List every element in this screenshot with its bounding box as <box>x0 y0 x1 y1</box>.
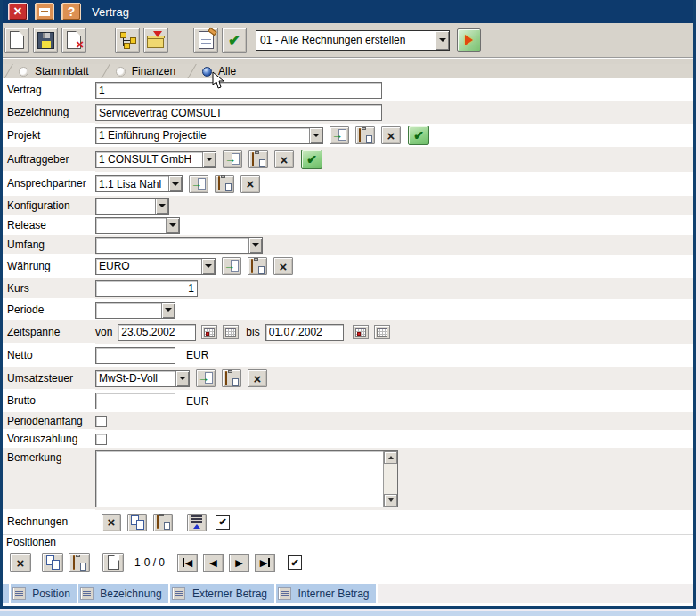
import-folder-button[interactable] <box>143 28 168 53</box>
rechnungen-paste-button[interactable] <box>153 514 173 531</box>
nav-first-button[interactable]: ◀ <box>177 554 198 572</box>
chevron-down-icon[interactable] <box>161 303 175 318</box>
umsatzsteuer-goto-button[interactable]: → <box>196 369 216 387</box>
new-document-button[interactable] <box>4 28 29 53</box>
x-icon: × <box>254 372 262 385</box>
column-header-interner-betrag[interactable]: Interner Betrag <box>276 584 376 603</box>
nav-last-button[interactable]: ▶ <box>255 554 275 572</box>
tab-radio-icon[interactable] <box>116 67 126 77</box>
nav-prev-button[interactable]: ◀ <box>203 554 224 572</box>
waehrung-paste-button[interactable] <box>248 257 267 275</box>
column-menu-icon[interactable] <box>172 587 185 600</box>
scrollbar[interactable] <box>383 451 397 507</box>
positionen-checked-checkbox[interactable]: ✔ <box>288 555 302 570</box>
ansprechpartner-select[interactable]: 1.1 Lisa Nahl <box>95 175 183 192</box>
window-icon[interactable] <box>35 3 54 20</box>
waehrung-select[interactable]: EURO <box>95 258 216 275</box>
ansprechpartner-clear-button[interactable]: × <box>240 175 260 193</box>
periode-select[interactable] <box>95 302 175 319</box>
ansprechpartner-paste-button[interactable] <box>215 175 234 193</box>
chevron-down-icon[interactable] <box>201 259 215 274</box>
rechnungen-copy-button[interactable] <box>127 514 147 531</box>
tab-radio-icon[interactable] <box>19 67 28 77</box>
edit-form-button[interactable] <box>193 28 218 53</box>
rechnungen-list-button[interactable] <box>187 514 207 531</box>
apply-button[interactable]: ✔ <box>222 28 247 53</box>
column-header-bezeichnung[interactable]: Bezeichnung <box>78 584 168 603</box>
waehrung-goto-button[interactable]: → <box>222 257 241 275</box>
auftraggeber-clear-button[interactable]: × <box>274 150 294 168</box>
umsatzsteuer-paste-button[interactable] <box>222 369 241 387</box>
column-menu-icon[interactable] <box>12 587 26 600</box>
auftraggeber-goto-button[interactable]: → <box>223 150 242 168</box>
calendar-today-button[interactable] <box>201 325 217 339</box>
umsatzsteuer-select[interactable]: MwSt-D-Voll <box>95 370 190 387</box>
chevron-down-icon[interactable] <box>168 176 182 191</box>
x-icon: × <box>247 177 255 190</box>
scroll-down-icon[interactable] <box>384 494 397 507</box>
tab-radio-active-icon[interactable] <box>202 67 212 77</box>
tab-stammblatt[interactable]: Stammblatt <box>13 64 100 78</box>
auftraggeber-paste-button[interactable] <box>248 150 268 168</box>
chevron-down-icon[interactable] <box>248 238 262 253</box>
field-label: Projekt <box>3 124 95 147</box>
waehrung-clear-button[interactable]: × <box>273 257 293 275</box>
close-icon[interactable]: × <box>8 3 28 20</box>
toolbar: × ✔ 01 - Alle Rechnungen erstellen <box>3 23 693 57</box>
projekt-paste-button[interactable] <box>355 126 375 144</box>
bemerkung-textarea[interactable] <box>95 450 398 507</box>
chevron-down-icon[interactable] <box>166 218 179 233</box>
tree-view-button[interactable] <box>115 28 140 53</box>
scroll-up-icon[interactable] <box>384 451 397 464</box>
release-select[interactable] <box>95 217 180 234</box>
chevron-down-icon[interactable] <box>202 152 216 167</box>
chevron-down-icon[interactable] <box>175 371 189 386</box>
column-menu-icon[interactable] <box>278 587 291 600</box>
positionen-new-button[interactable] <box>102 553 124 572</box>
action-select[interactable]: 01 - Alle Rechnungen erstellen <box>256 30 450 51</box>
list-sort-icon <box>191 515 202 529</box>
positionen-paste-button[interactable] <box>69 553 90 572</box>
positionen-copy-button[interactable] <box>42 553 63 572</box>
projekt-goto-button[interactable]: → <box>330 126 349 144</box>
save-button[interactable] <box>33 28 58 53</box>
chevron-down-icon[interactable] <box>309 128 322 143</box>
netto-input[interactable] <box>95 347 175 364</box>
vertrag-input[interactable] <box>95 82 382 99</box>
konfiguration-select[interactable] <box>95 198 169 215</box>
tab-finanzen[interactable]: Finanzen <box>110 64 186 78</box>
zeitspanne-von-input[interactable] <box>118 324 196 341</box>
projekt-clear-button[interactable]: × <box>381 126 401 144</box>
help-icon[interactable]: ? <box>61 3 81 20</box>
kurs-input[interactable] <box>95 280 198 297</box>
umfang-select[interactable] <box>95 237 263 254</box>
calendar-picker-button[interactable] <box>223 325 239 339</box>
column-header-position[interactable]: Position <box>11 584 77 603</box>
paste-icon <box>251 260 264 273</box>
field-label: Rechnungen <box>3 510 95 534</box>
positionen-delete-button[interactable]: × <box>10 553 31 572</box>
projekt-confirm-button[interactable]: ✔ <box>408 126 429 145</box>
periodenanfang-checkbox[interactable] <box>95 416 107 427</box>
help-glyph: ? <box>68 4 76 19</box>
chevron-down-icon[interactable] <box>155 199 168 214</box>
column-menu-icon[interactable] <box>80 587 94 600</box>
umsatzsteuer-clear-button[interactable]: × <box>248 369 267 387</box>
auftraggeber-select[interactable]: 1 CONSULT GmbH <box>95 151 216 168</box>
calendar-today-button[interactable] <box>353 325 369 339</box>
ansprechpartner-goto-button[interactable]: → <box>189 175 208 193</box>
nav-next-button[interactable]: ▶ <box>229 554 249 572</box>
rechnungen-delete-button[interactable]: × <box>102 514 121 531</box>
vorauszahlung-checkbox[interactable] <box>95 434 107 445</box>
run-action-button[interactable] <box>457 28 481 52</box>
bezeichnung-input[interactable] <box>95 104 382 121</box>
column-header-externer-betrag[interactable]: Externer Betrag <box>170 584 274 603</box>
zeitspanne-bis-input[interactable] <box>265 324 344 341</box>
projekt-select[interactable]: 1 Einführung Projectile <box>95 127 323 144</box>
chevron-down-icon[interactable] <box>435 31 449 50</box>
rechnungen-checked-checkbox[interactable]: ✔ <box>216 515 230 530</box>
delete-button[interactable]: × <box>61 28 86 53</box>
auftraggeber-confirm-button[interactable]: ✔ <box>301 150 322 169</box>
calendar-picker-button[interactable] <box>374 325 390 339</box>
brutto-input[interactable] <box>95 393 175 409</box>
